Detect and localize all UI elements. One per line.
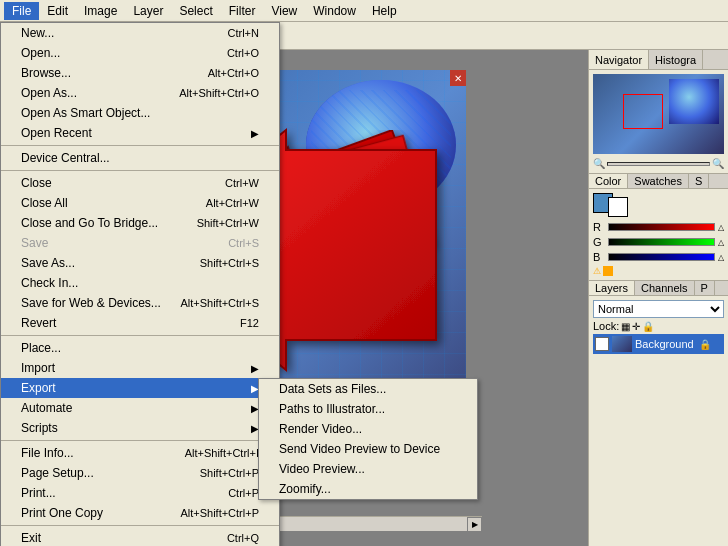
gamut-warning-icon: ⚠: [593, 266, 601, 276]
menu-open-smart[interactable]: Open As Smart Object...: [1, 103, 279, 123]
tab-channels[interactable]: Channels: [635, 281, 694, 295]
menu-save-label: Save: [21, 236, 48, 250]
scroll-right-btn[interactable]: ▶: [467, 517, 482, 532]
menu-import-arrow: ▶: [251, 363, 259, 374]
menu-place[interactable]: Place...: [1, 338, 279, 358]
export-paths-illustrator[interactable]: Paths to Illustrator...: [259, 399, 477, 419]
menu-closeall-shortcut: Alt+Ctrl+W: [206, 197, 259, 209]
layer-name: Background: [635, 338, 694, 350]
menu-save-web[interactable]: Save for Web & Devices... Alt+Shift+Ctrl…: [1, 293, 279, 313]
menu-open[interactable]: Open... Ctrl+O: [1, 43, 279, 63]
menu-close-bridge[interactable]: Close and Go To Bridge... Shift+Ctrl+W: [1, 213, 279, 233]
green-slider[interactable]: [608, 238, 715, 246]
menu-image[interactable]: Image: [76, 2, 125, 20]
menu-revert-label: Revert: [21, 316, 56, 330]
menu-device-central[interactable]: Device Central...: [1, 148, 279, 168]
export-zoomify[interactable]: Zoomify...: [259, 479, 477, 499]
menu-printone-shortcut: Alt+Shift+Ctrl+P: [180, 507, 259, 519]
menu-open-as[interactable]: Open As... Alt+Shift+Ctrl+O: [1, 83, 279, 103]
menu-close[interactable]: Close Ctrl+W: [1, 173, 279, 193]
menu-open-recent[interactable]: Open Recent ▶: [1, 123, 279, 143]
menu-import[interactable]: Import ▶: [1, 358, 279, 378]
background-swatch[interactable]: [608, 197, 628, 217]
zoom-in-icon[interactable]: 🔍: [712, 158, 724, 169]
menu-pagesetup-shortcut: Shift+Ctrl+P: [200, 467, 259, 479]
menu-exit-label: Exit: [21, 531, 41, 545]
menu-new-shortcut: Ctrl+N: [228, 27, 259, 39]
menu-help[interactable]: Help: [364, 2, 405, 20]
zoom-slider[interactable]: [607, 162, 710, 166]
menu-automate[interactable]: Automate ▶: [1, 398, 279, 418]
zoom-out-icon[interactable]: 🔍: [593, 158, 605, 169]
menu-filter[interactable]: Filter: [221, 2, 264, 20]
menu-layer[interactable]: Layer: [125, 2, 171, 20]
menu-revert[interactable]: Revert F12: [1, 313, 279, 333]
menu-view[interactable]: View: [263, 2, 305, 20]
tab-paths[interactable]: P: [695, 281, 715, 295]
menu-close-all[interactable]: Close All Alt+Ctrl+W: [1, 193, 279, 213]
file-menu-dropdown: New... Ctrl+N Open... Ctrl+O Browse... A…: [0, 22, 280, 546]
blue-slider[interactable]: [608, 253, 715, 261]
navigator-tab-row: Navigator Histogra: [589, 50, 728, 70]
export-render-video[interactable]: Render Video...: [259, 419, 477, 439]
tab-navigator[interactable]: Navigator: [589, 50, 649, 69]
export-submenu: Data Sets as Files... Paths to Illustrat…: [258, 378, 478, 500]
red-slider[interactable]: [608, 223, 715, 231]
app-window: File Edit Image Layer Select Filter View…: [0, 0, 728, 546]
background-layer-item[interactable]: 👁 Background 🔒: [593, 334, 724, 354]
menu-file[interactable]: File: [4, 2, 39, 20]
separator-1: [1, 145, 279, 146]
navigator-panel: Navigator Histogra 🔍 🔍: [589, 50, 728, 174]
menu-check-in[interactable]: Check In...: [1, 273, 279, 293]
menu-print-one[interactable]: Print One Copy Alt+Shift+Ctrl+P: [1, 503, 279, 523]
menu-exit-shortcut: Ctrl+Q: [227, 532, 259, 544]
menu-window[interactable]: Window: [305, 2, 364, 20]
menu-print[interactable]: Print... Ctrl+P: [1, 483, 279, 503]
menu-print-label: Print...: [21, 486, 56, 500]
menu-openas-label: Open As...: [21, 86, 77, 100]
tab-swatches[interactable]: Swatches: [628, 174, 689, 188]
color-panel-tabs: Color Swatches S: [589, 174, 728, 189]
menu-new[interactable]: New... Ctrl+N: [1, 23, 279, 43]
separator-3: [1, 335, 279, 336]
lock-move-icon[interactable]: ✛: [632, 321, 640, 332]
menu-openrecent-arrow: ▶: [251, 128, 259, 139]
menu-save-as[interactable]: Save As... Shift+Ctrl+S: [1, 253, 279, 273]
menu-import-label: Import: [21, 361, 55, 375]
menu-scripts[interactable]: Scripts ▶: [1, 418, 279, 438]
lock-all-icon[interactable]: 🔒: [642, 321, 654, 332]
lock-pixel-icon[interactable]: ▦: [621, 321, 630, 332]
menu-exit[interactable]: Exit Ctrl+Q: [1, 528, 279, 546]
menu-openrecent-label: Open Recent: [21, 126, 92, 140]
menu-place-label: Place...: [21, 341, 61, 355]
blue-slider-row: B △: [593, 251, 724, 263]
menu-export[interactable]: Export ▶: [1, 378, 279, 398]
navigator-preview: [593, 74, 724, 154]
navigator-viewport-rect: [623, 94, 663, 129]
blend-mode-select[interactable]: Normal: [593, 300, 724, 318]
menu-edit[interactable]: Edit: [39, 2, 76, 20]
menu-open-label: Open...: [21, 46, 60, 60]
export-data-sets[interactable]: Data Sets as Files...: [259, 379, 477, 399]
layer-visibility-eye[interactable]: 👁: [595, 337, 609, 351]
canvas-close-button[interactable]: ✕: [450, 70, 466, 86]
layers-panel: Layers Channels P Normal Lock: ▦ ✛ 🔒: [589, 281, 728, 546]
tab-histogram[interactable]: Histogra: [649, 50, 703, 69]
tab-styles[interactable]: S: [689, 174, 709, 188]
tab-layers[interactable]: Layers: [589, 281, 635, 295]
export-video-preview[interactable]: Video Preview...: [259, 459, 477, 479]
gamut-color-box[interactable]: [603, 266, 613, 276]
red-slider-row: R △: [593, 221, 724, 233]
menu-open-shortcut: Ctrl+O: [227, 47, 259, 59]
menu-save-shortcut: Ctrl+S: [228, 237, 259, 249]
menu-file-info[interactable]: File Info... Alt+Shift+Ctrl+I: [1, 443, 279, 463]
tab-color[interactable]: Color: [589, 174, 628, 188]
right-panels: Navigator Histogra 🔍 🔍: [588, 50, 728, 546]
menu-browse[interactable]: Browse... Alt+Ctrl+O: [1, 63, 279, 83]
menu-select[interactable]: Select: [171, 2, 220, 20]
layers-mode-row: Normal: [593, 300, 724, 318]
menu-closebridge-label: Close and Go To Bridge...: [21, 216, 158, 230]
menu-page-setup[interactable]: Page Setup... Shift+Ctrl+P: [1, 463, 279, 483]
export-send-video-preview[interactable]: Send Video Preview to Device: [259, 439, 477, 459]
menu-browse-shortcut: Alt+Ctrl+O: [208, 67, 259, 79]
